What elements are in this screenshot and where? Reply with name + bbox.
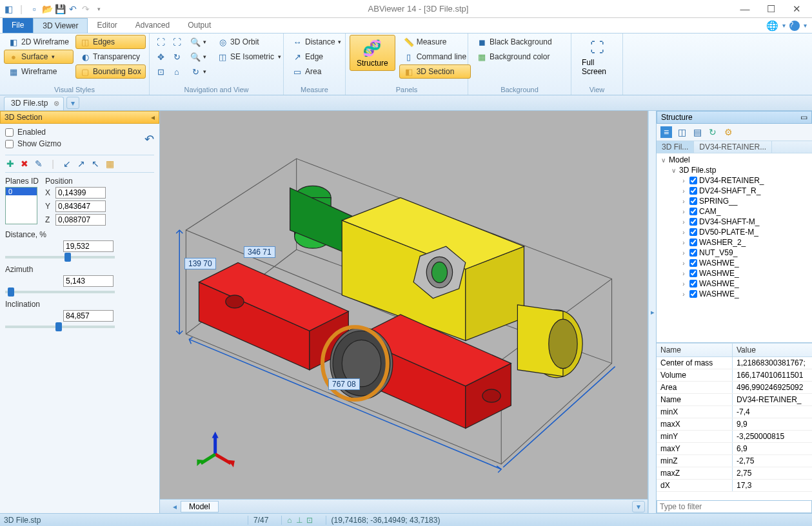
transparency-button[interactable]: ◐Transparency (75, 50, 146, 64)
editor-tab[interactable]: Editor (88, 18, 126, 33)
home-icon[interactable]: ⌂ (170, 64, 184, 79)
tree-item-checkbox[interactable] (689, 228, 697, 236)
tree-item[interactable]: › DV24-SHAFT_R_ (657, 186, 812, 196)
snap-icon[interactable]: ⌂ (287, 516, 292, 525)
collapse-handle-icon[interactable]: ▸ (648, 111, 656, 513)
reset-view-button[interactable]: ↻▾ (186, 64, 211, 79)
tab-close-icon[interactable]: ⊗ (54, 99, 59, 108)
open-icon[interactable]: 📂 (41, 3, 53, 15)
property-row[interactable]: Center of mass1,21868300381767; (657, 357, 812, 369)
pos-x-input[interactable] (55, 187, 106, 199)
enabled-checkbox[interactable] (5, 128, 14, 137)
reset-section-icon[interactable]: ↶ (144, 132, 154, 146)
zoom-out-button[interactable]: 🔍▾ (186, 50, 211, 64)
grid-icon[interactable]: ⊡ (306, 516, 313, 525)
app-world-icon[interactable]: 🌐 (766, 20, 778, 32)
pos-z-input[interactable] (55, 214, 106, 226)
tree-item-checkbox[interactable] (689, 239, 697, 246)
plane-z-icon[interactable]: ↖ (90, 159, 101, 169)
property-row[interactable]: maxX9,9 (657, 418, 812, 431)
bg-color-button[interactable]: ▦Background color (472, 50, 557, 64)
ortho-icon[interactable]: ⊥ (296, 516, 302, 525)
tree-item[interactable]: › SPRING__ (657, 196, 812, 206)
plane-edit-icon[interactable]: ✎ (34, 159, 44, 169)
tree-item[interactable]: › WASHWE_ (657, 278, 812, 289)
3d-viewer-tab[interactable]: 3D Viewer (33, 18, 88, 33)
structure-tree[interactable]: ∨Model ∨3D File.stp › DV34-RETAINER_› DV… (657, 153, 812, 343)
se-isometric-button[interactable]: ◫SE Isometric ▾ (213, 50, 286, 64)
gear-icon[interactable]: ⚙ (722, 126, 734, 138)
close-icon[interactable]: ✕ (784, 1, 809, 17)
property-row[interactable]: Area496,990246925092 (657, 382, 812, 394)
crumb-1[interactable]: 3D Fil... (657, 141, 694, 153)
help-dropdown-icon[interactable]: ▾ (804, 22, 807, 29)
maximize-icon[interactable]: ☐ (758, 1, 784, 17)
tree-item-checkbox[interactable] (689, 218, 697, 226)
show-gizmo-checkbox[interactable] (5, 140, 14, 148)
tab-nav-left-icon[interactable]: ◂ (173, 502, 177, 511)
tree-item[interactable]: › CAM_ (657, 206, 812, 217)
plane-remove-icon[interactable]: ✖ (19, 159, 30, 169)
bounding-box-button[interactable]: ▢Bounding Box (75, 64, 146, 79)
tree-item-checkbox[interactable] (689, 177, 697, 184)
rotate-icon[interactable]: ↻ (170, 50, 184, 64)
save-icon[interactable]: 💾 (54, 3, 66, 15)
document-tab[interactable]: 3D File.stp ⊗ (4, 97, 64, 110)
full-screen-button[interactable]: ⛶ Full Screen (575, 35, 619, 79)
plane-all-icon[interactable]: ▦ (104, 159, 115, 169)
undo-icon[interactable]: ↶ (67, 3, 79, 15)
pan-icon[interactable]: ✥ (153, 50, 168, 64)
surface-button[interactable]: ●Surface ▾ (4, 50, 74, 64)
tree-item[interactable]: › NUT_V59_ (657, 248, 812, 258)
minimize-icon[interactable]: — (732, 1, 758, 17)
tree-icon[interactable]: ▤ (691, 126, 703, 138)
tree-item[interactable]: › WASHWE_ (657, 289, 812, 299)
tree-item-checkbox[interactable] (689, 269, 697, 277)
filter-input[interactable] (657, 500, 812, 513)
tree-item[interactable]: › WASHER_2_ (657, 237, 812, 248)
edges-button[interactable]: ◫Edges (75, 35, 146, 49)
plane-x-icon[interactable]: ↙ (62, 159, 72, 169)
model-tab[interactable]: Model (181, 501, 219, 512)
command-line-button[interactable]: ▯Command line (399, 50, 471, 64)
zoom-window-icon[interactable]: ⛶ (170, 35, 184, 49)
refresh-icon[interactable]: ↻ (707, 126, 718, 138)
3d-viewport[interactable]: 139 70 346 71 767 08 ◂ Model ▾ (160, 111, 648, 513)
azimuth-input[interactable] (63, 275, 114, 287)
tree-item-checkbox[interactable] (689, 290, 697, 298)
fit-icon[interactable]: ⊡ (153, 64, 168, 79)
tree-item[interactable]: › DV50-PLATE-M_ (657, 227, 812, 237)
inclination-input[interactable] (63, 310, 114, 322)
distance-input[interactable] (63, 240, 114, 252)
structure-header[interactable]: Structure ▭ (657, 111, 812, 124)
2d-wireframe-button[interactable]: ◧2D Wireframe (4, 35, 74, 49)
property-row[interactable]: maxZ2,75 (657, 467, 812, 480)
app-dropdown-icon[interactable]: ▾ (782, 22, 786, 29)
inclination-slider[interactable] (5, 326, 115, 328)
wireframe-button[interactable]: ▦Wireframe (4, 64, 74, 79)
tree-item[interactable]: › DV34-RETAINER_ (657, 175, 812, 186)
azimuth-slider[interactable] (5, 291, 115, 293)
tree-item-checkbox[interactable] (689, 187, 697, 195)
property-row[interactable]: minZ-2,75 (657, 455, 812, 467)
advanced-tab[interactable]: Advanced (126, 18, 179, 33)
3d-orbit-button[interactable]: ◎3D Orbit (213, 35, 286, 49)
help-icon[interactable]: ? (789, 21, 800, 31)
file-tab[interactable]: File (3, 18, 33, 33)
panel-header[interactable]: 3D Section ◂ (0, 111, 159, 124)
tree-item[interactable]: › DV34-SHAFT-M_ (657, 217, 812, 227)
property-row[interactable]: maxY6,9 (657, 443, 812, 455)
plane-add-icon[interactable]: ✚ (5, 159, 15, 169)
edge-button[interactable]: ↗Edge (288, 50, 346, 64)
tree-item-checkbox[interactable] (689, 197, 697, 205)
zoom-extents-icon[interactable]: ⛶ (153, 35, 168, 49)
property-row[interactable]: dX17,3 (657, 480, 812, 492)
distance-button[interactable]: ↔Distance ▾ (288, 35, 346, 49)
area-button[interactable]: ▭Area (288, 64, 346, 79)
property-row[interactable]: minX-7,4 (657, 406, 812, 418)
crumb-2[interactable]: DV34-RETAINER... (694, 141, 772, 153)
properties-grid[interactable]: NameValue Center of mass1,21868300381767… (657, 343, 812, 500)
structure-button[interactable]: 🧬 Structure (350, 35, 395, 71)
distance-slider[interactable] (5, 256, 115, 258)
tree-item-checkbox[interactable] (689, 249, 697, 257)
